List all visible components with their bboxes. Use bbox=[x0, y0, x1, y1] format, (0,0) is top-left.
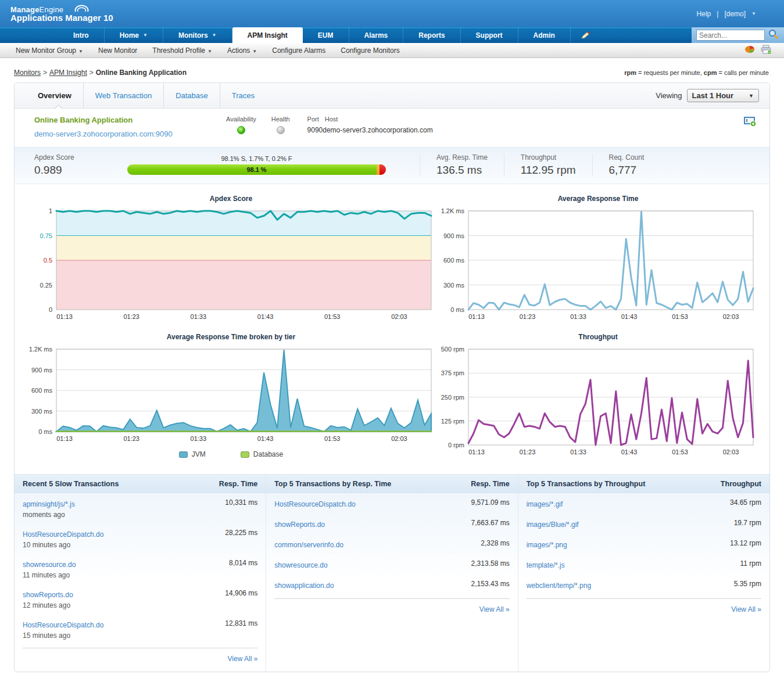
search-input[interactable] bbox=[696, 30, 765, 41]
transaction-link[interactable]: webclient/temp/*.png bbox=[527, 582, 591, 590]
subnav-item-new-monitor[interactable]: New Monitor bbox=[91, 46, 145, 55]
transaction-link[interactable]: images/*.gif bbox=[527, 500, 563, 508]
app-host-link[interactable]: demo-server3.zohocorporation.com:9090 bbox=[34, 130, 173, 138]
table-row: showresource.do2,313.58 ms bbox=[266, 554, 517, 575]
legend-label: JVM bbox=[192, 450, 206, 458]
nav-item-admin[interactable]: Admin bbox=[518, 27, 571, 43]
transaction-value: 12,831 ms bbox=[225, 619, 257, 627]
subnav-item-configure-alarms[interactable]: Configure Alarms bbox=[264, 46, 333, 55]
subnav-item-actions[interactable]: Actions▼ bbox=[220, 46, 264, 55]
transaction-link[interactable]: template/*.js bbox=[527, 561, 565, 569]
breadcrumb-link-monitors[interactable]: Monitors bbox=[14, 69, 41, 77]
avg-resp-time-metric: Avg. Resp. Time 136.5 ms bbox=[436, 153, 488, 177]
view-all-link[interactable]: View All » bbox=[479, 605, 510, 613]
subnav-item-threshold-profile[interactable]: Threshold Profile▼ bbox=[145, 46, 220, 55]
transaction-value: 9,571.09 ms bbox=[471, 498, 510, 507]
transaction-link[interactable]: HostResourceDispatch.do bbox=[23, 621, 103, 629]
svg-text:600 ms: 600 ms bbox=[31, 387, 53, 394]
svg-text:900 ms: 900 ms bbox=[443, 232, 465, 239]
nav-item-intro[interactable]: Intro bbox=[58, 27, 105, 43]
svg-text:01:23: 01:23 bbox=[520, 313, 536, 320]
user-menu-caret-icon[interactable]: ▼ bbox=[751, 11, 756, 16]
svg-text:0: 0 bbox=[49, 306, 52, 313]
legend-item-database[interactable]: Database bbox=[241, 450, 283, 458]
svg-text:01:33: 01:33 bbox=[570, 313, 586, 320]
reports-pie-icon[interactable] bbox=[744, 45, 755, 56]
chevron-down-icon: ▼ bbox=[749, 93, 754, 99]
table-row: HostResourceDispatch.do15 minutes ago12,… bbox=[15, 614, 266, 644]
top-header: ManageEngine Applications Manager 10 Hel… bbox=[0, 0, 784, 27]
legend-label: Database bbox=[253, 450, 283, 458]
transaction-time-ago: 15 minutes ago bbox=[23, 631, 103, 640]
transaction-link[interactable]: images/Blue/*.gif bbox=[527, 521, 579, 529]
svg-text:0.5: 0.5 bbox=[44, 257, 52, 264]
nav-item-monitors[interactable]: Monitors▼ bbox=[163, 27, 232, 43]
transaction-value: 2,328 ms bbox=[481, 539, 509, 547]
add-widget-icon[interactable] bbox=[744, 116, 757, 130]
svg-text:0.75: 0.75 bbox=[40, 232, 52, 239]
tab-row: OverviewWeb TransactionDatabaseTraces Vi… bbox=[15, 83, 769, 109]
transaction-link[interactable]: HostResourceDispatch.do bbox=[23, 530, 103, 539]
svg-text:01:33: 01:33 bbox=[191, 313, 207, 320]
transaction-time-ago: 11 minutes ago bbox=[23, 571, 76, 579]
search-icon[interactable] bbox=[768, 29, 778, 41]
table-header: Top 5 Transactions by ThroughputThroughp… bbox=[518, 475, 769, 493]
time-range-select[interactable]: Last 1 Hour▼ bbox=[687, 89, 759, 102]
transaction-link[interactable]: showresource.do bbox=[23, 561, 76, 569]
svg-text:02:03: 02:03 bbox=[391, 313, 407, 320]
svg-text:500 rpm: 500 rpm bbox=[441, 346, 464, 353]
user-menu[interactable]: [demo] bbox=[724, 10, 746, 18]
nav-item-alarms[interactable]: Alarms bbox=[349, 27, 404, 43]
view-all-link[interactable]: View All » bbox=[731, 605, 761, 613]
table-row: showresource.do11 minutes ago8,014 ms bbox=[15, 554, 266, 584]
subnav-item-new-monitor-group[interactable]: New Monitor Group▼ bbox=[8, 46, 91, 55]
nav-item-reports[interactable]: Reports bbox=[403, 27, 460, 43]
header-separator: | bbox=[717, 10, 718, 18]
legend-item-jvm[interactable]: JVM bbox=[179, 450, 206, 458]
tab-traces[interactable]: Traces bbox=[220, 83, 266, 108]
chevron-down-icon: ▼ bbox=[78, 49, 83, 54]
svg-text:125 rpm: 125 rpm bbox=[441, 418, 464, 425]
nav-item-home[interactable]: Home▼ bbox=[105, 27, 163, 43]
svg-text:1.2K ms: 1.2K ms bbox=[29, 346, 53, 353]
svg-text:01:23: 01:23 bbox=[520, 448, 536, 455]
table-row: images/*.gif34.65 rpm bbox=[518, 493, 769, 514]
subnav-item-configure-monitors[interactable]: Configure Monitors bbox=[333, 46, 407, 55]
tab-database[interactable]: Database bbox=[163, 83, 220, 108]
breadcrumb-current: Online Banking Application bbox=[96, 69, 187, 77]
transaction-link[interactable]: showReports.do bbox=[274, 521, 325, 529]
svg-text:01:13: 01:13 bbox=[468, 313, 485, 320]
svg-text:300 ms: 300 ms bbox=[443, 282, 465, 289]
help-link[interactable]: Help bbox=[697, 10, 711, 18]
transaction-link[interactable]: HostResourceDispatch.do bbox=[274, 500, 355, 508]
breadcrumb-separator: > bbox=[43, 69, 47, 77]
charts-section: Apdex Score 00.250.50.75101:1301:2301:33… bbox=[15, 184, 769, 471]
breadcrumb-row: Monitors>APM Insight>Online Banking Appl… bbox=[0, 58, 784, 82]
table-row: showReports.do7,663.67 ms bbox=[266, 514, 517, 534]
table-title: Recent 5 Slow Transactions bbox=[23, 480, 119, 488]
transaction-value: 7,663.67 ms bbox=[471, 519, 510, 527]
transaction-link[interactable]: showresource.do bbox=[274, 561, 327, 569]
manageengine-swirl-icon bbox=[73, 2, 91, 16]
edit-icon[interactable] bbox=[571, 27, 601, 43]
nav-item-support[interactable]: Support bbox=[461, 27, 518, 43]
breadcrumb-link-apm-insight[interactable]: APM Insight bbox=[49, 69, 87, 77]
sub-nav: New Monitor Group▼New MonitorThreshold P… bbox=[0, 43, 784, 58]
transaction-link[interactable]: showReports.do bbox=[23, 591, 73, 599]
nav-item-eum[interactable]: EUM bbox=[303, 27, 349, 43]
transaction-value: 5.35 rpm bbox=[734, 580, 761, 588]
transaction-value: 8,014 ms bbox=[229, 559, 257, 567]
tab-web-transaction[interactable]: Web Transaction bbox=[83, 83, 163, 108]
tab-overview[interactable]: Overview bbox=[34, 83, 83, 108]
nav-item-apm-insight[interactable]: APM Insight bbox=[232, 27, 303, 43]
print-icon[interactable] bbox=[761, 45, 771, 56]
transaction-link[interactable]: common/serverinfo.do bbox=[274, 541, 343, 549]
transaction-link[interactable]: showapplication.do bbox=[274, 582, 334, 590]
transaction-value: 2,153.43 ms bbox=[471, 580, 510, 588]
transaction-link[interactable]: apminsight/js/*.js bbox=[23, 500, 75, 508]
transaction-link[interactable]: images/*.png bbox=[527, 541, 567, 549]
table-row: images/Blue/*.gif19.7 rpm bbox=[518, 514, 769, 534]
svg-text:01:53: 01:53 bbox=[672, 313, 688, 320]
svg-text:01:43: 01:43 bbox=[257, 313, 274, 320]
view-all-link[interactable]: View All » bbox=[228, 655, 258, 663]
